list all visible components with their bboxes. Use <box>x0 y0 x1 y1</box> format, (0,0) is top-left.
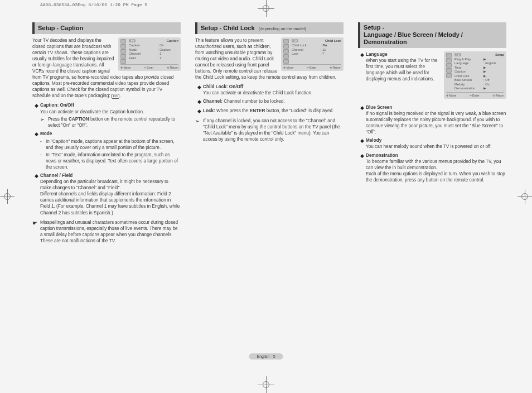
column-child-lock: Setup - Child Lock (depending on the mod… <box>195 22 344 244</box>
osd-row-label: Plug & Play <box>454 57 483 61</box>
bullet-demonstration: ◆ Demonstration To become familiar with … <box>358 152 506 183</box>
item-body-extra: Each of the menu options is displayed in… <box>366 171 505 183</box>
osd-nav-move: ✥ Move <box>120 66 130 70</box>
osd-row-label: Child Lock <box>292 44 321 47</box>
diamond-bullet-icon: ◆ <box>358 104 366 135</box>
diamond-bullet-icon: ◆ <box>195 84 203 96</box>
item-body: You can activate or deactivate the Capti… <box>40 109 144 114</box>
sub-text: In "Caption" mode, captions appear at th… <box>46 138 181 151</box>
item-body: To become familiar with the various menu… <box>366 159 501 170</box>
diamond-bullet-icon: ◆ <box>32 102 40 114</box>
osd-icon-column <box>120 39 127 64</box>
item-bold: ENTER <box>250 108 265 113</box>
diamond-bullet-icon: ◆ <box>358 51 366 82</box>
osd-row-value: : Off <box>483 78 490 82</box>
diamond-bullet-icon: ◆ <box>32 172 40 215</box>
osd-row-value: ▶ <box>483 87 486 90</box>
item-label: Mode <box>40 131 52 136</box>
column-caption: Setup - Caption TV Caption Caption: On M… <box>32 22 181 244</box>
osd-nav-enter: ↵ Enter <box>144 66 154 70</box>
bullet-melody: ◆ Melody You can hear melody sound when … <box>358 137 506 150</box>
osd-nav-move: ✥ Move <box>446 94 456 98</box>
osd-row-value: ▶ <box>483 74 486 78</box>
item-body: You can hear melody sound when the TV is… <box>366 144 492 149</box>
cc-badge-icon: CC <box>112 94 120 99</box>
item-body-tail: button, the "Locked" is displayed. <box>265 108 333 113</box>
item-label: Melody <box>366 138 381 143</box>
section-title-caption: Setup - Caption <box>32 22 181 34</box>
osd-row-label: Melody <box>454 83 483 87</box>
osd-row-label: Language <box>454 61 483 65</box>
osd-row-value: : Caption <box>158 48 171 52</box>
dash-text-mode: - In "Text" mode, information unrelated … <box>40 152 181 170</box>
hand-icon: ☛ <box>32 219 40 244</box>
osd-row-label: Blue Screen <box>454 78 483 82</box>
osd-row-value: ▶ <box>483 70 486 74</box>
item-label: Caption: On/Off <box>40 103 74 108</box>
item-label: Blue Screen <box>366 105 392 110</box>
column-language-setup: Setup - Language / Blue Screen / Melody … <box>358 22 506 244</box>
item-body: Channel number to be locked. <box>223 99 285 104</box>
bullet-childlock-channel: ◆ Channel: Channel number to be locked. <box>195 98 344 105</box>
title-text: Setup - Child Lock <box>201 25 255 31</box>
osd-row-value: : On <box>483 83 490 87</box>
sub-text: In "Text" mode, information unrelated to… <box>46 152 181 170</box>
osd-row-label: Demonstration <box>454 87 483 90</box>
diamond-bullet-icon: ◆ <box>32 131 40 137</box>
dash-icon: - <box>40 152 46 170</box>
osd-row-label: Field <box>129 56 158 60</box>
diamond-bullet-icon: ◆ <box>358 152 366 183</box>
item-label: Child Lock: On/Off <box>203 84 243 89</box>
osd-icon-column <box>446 53 453 78</box>
crop-mark-left <box>2 191 12 202</box>
item-body: Depending on the particular broadcast, i… <box>40 179 168 190</box>
arrow-icon: ➢ <box>40 116 48 128</box>
item-body: You can activate or deactivate the Child… <box>203 90 312 95</box>
osd-title: Setup <box>495 53 504 57</box>
page-footer: English - 5 <box>249 353 283 360</box>
section-title-child-lock: Setup - Child Lock (depending on the mod… <box>195 22 344 34</box>
item-label: Demonstration <box>366 153 398 158</box>
note-misspellings: ☛ Misspellings and unusual characters so… <box>32 219 181 244</box>
crop-mark-right <box>520 191 530 202</box>
osd-caption: TV Caption Caption: On Mode: Caption Cha… <box>118 37 181 71</box>
intro-tail: . <box>119 93 120 98</box>
bullet-channel-field: ◆ Channel / Field Depending on the parti… <box>32 172 181 215</box>
osd-title: Caption <box>167 39 178 43</box>
osd-tv-badge: TV <box>292 39 298 43</box>
dash-icon: - <box>40 138 46 151</box>
osd-child-lock: TV Child Lock Child Lock: On Channel: 11… <box>281 37 344 71</box>
arrow-icon: ➢ <box>195 118 203 142</box>
item-body: If no signal is being received or the si… <box>366 111 506 135</box>
crop-mark-bottom <box>261 380 271 390</box>
osd-row-value: ▶ <box>483 57 486 61</box>
osd-icon-column <box>283 39 290 64</box>
bullet-caption-onoff: ◆ Caption: On/Off You can activate or de… <box>32 102 181 114</box>
osd-row-label: Lock <box>292 52 321 56</box>
diamond-bullet-icon: ◆ <box>358 137 366 150</box>
osd-row-label: Caption <box>129 44 158 47</box>
title-line2: Language / Blue Screen / Melody / Demons… <box>364 31 463 45</box>
osd-nav-move: ✥ Move <box>283 66 293 70</box>
item-label: Lock: <box>203 108 215 113</box>
section-title-language: Setup - Language / Blue Screen / Melody … <box>358 22 506 48</box>
osd-row-value: ▶ <box>483 66 486 70</box>
osd-row-value: : 11 <box>321 48 326 52</box>
osd-nav-return: ⟲ Return <box>167 66 178 70</box>
diamond-bullet-icon: ◆ <box>195 98 203 105</box>
osd-nav-return: ⟲ Return <box>330 66 341 70</box>
bullet-mode: ◆ Mode <box>32 131 181 137</box>
item-body-extra: Different channels and fields display di… <box>40 191 180 215</box>
crop-mark-top <box>261 3 271 13</box>
note-text: If any channel is locked, you can not ac… <box>203 118 344 142</box>
item-body-pre: When press the <box>215 108 250 113</box>
title-line1: Setup - <box>364 24 384 31</box>
osd-row-value: : English <box>483 61 496 65</box>
osd-row-value: : On <box>321 44 327 47</box>
osd-title: Child Lock <box>325 39 341 43</box>
osd-row-label: Channel <box>292 48 321 52</box>
osd-row-label: Caption <box>454 70 483 74</box>
title-subtext: (depending on the model) <box>259 26 306 31</box>
sub-arrow-caption-button: ➢ Press the CAPTION button on the remote… <box>40 116 181 128</box>
sub-bold: CAPTION <box>69 117 89 122</box>
